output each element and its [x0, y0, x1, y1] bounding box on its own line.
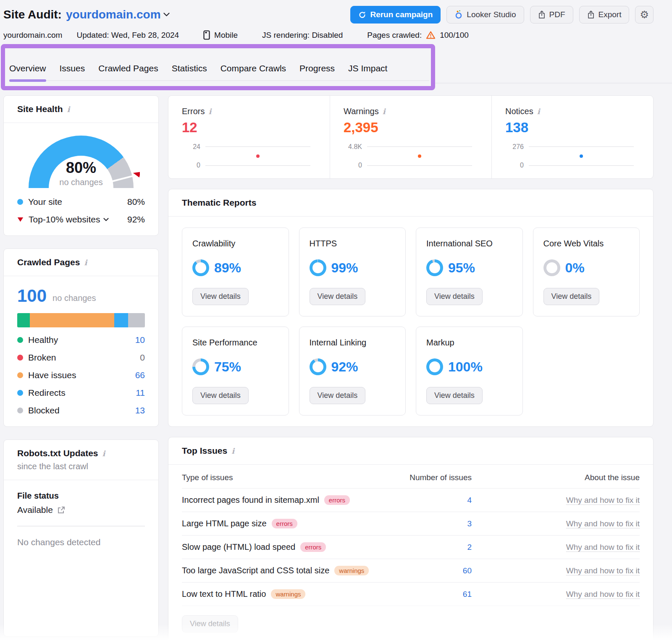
looker-studio-button[interactable]: Looker Studio	[446, 6, 524, 24]
notices-data-point	[580, 154, 583, 158]
warnings-value[interactable]: 2,395	[344, 120, 479, 136]
bar-segment-healthy	[17, 313, 30, 327]
issue-text: Incorrect pages found in sitemap.xml	[182, 495, 319, 505]
legend-row-broken: Broken 0	[17, 353, 145, 363]
issue-count-link[interactable]: 3	[467, 519, 472, 528]
site-health-title: Site Health	[17, 104, 63, 114]
progress-ring-icon	[543, 259, 560, 276]
view-details-button[interactable]: View details	[426, 288, 483, 305]
status-badge: warnings	[271, 589, 305, 599]
thematic-label: Core Web Vitals	[543, 239, 630, 248]
thematic-reports-card: Thematic Reports Crawlability 89% View d…	[168, 189, 654, 427]
why-how-fix-link[interactable]: Why and how to fix it	[566, 496, 640, 505]
issue-text: Too large JavaScript and CSS total size	[182, 566, 329, 575]
meta-pages-label: Pages crawled:	[367, 31, 422, 40]
thematic-label: Site Performance	[192, 338, 278, 348]
issue-count-link[interactable]: 60	[463, 566, 472, 575]
site-health-gauge: 80% no changes	[22, 136, 140, 189]
issue-count-link[interactable]: 4	[467, 496, 472, 504]
view-details-button[interactable]: View details	[192, 288, 249, 305]
crawled-pages-count: 100	[17, 287, 47, 305]
why-how-fix-link[interactable]: Why and how to fix it	[566, 519, 640, 528]
benchmark-triangle-icon	[17, 217, 24, 222]
have-issues-count-link[interactable]: 66	[135, 370, 145, 380]
external-link-icon[interactable]	[57, 506, 65, 514]
blocked-label: Blocked	[28, 405, 60, 416]
view-details-button[interactable]: View details	[192, 387, 249, 404]
export-button[interactable]: Export	[579, 6, 630, 24]
view-details-button[interactable]: View details	[426, 387, 483, 404]
page-title: Site Audit:	[3, 8, 62, 21]
tab-progress[interactable]: Progress	[299, 63, 335, 80]
thematic-card-https: HTTPS 99% View details	[299, 227, 406, 316]
why-how-fix-link[interactable]: Why and how to fix it	[566, 590, 640, 599]
blocked-count-link[interactable]: 13	[135, 405, 145, 416]
healthy-count-link[interactable]: 10	[135, 335, 145, 345]
thematic-label: HTTPS	[310, 239, 396, 248]
settings-button[interactable]: ⚙	[635, 6, 654, 24]
benchmark-value: 92%	[127, 214, 145, 225]
pdf-label: PDF	[549, 10, 565, 19]
tab-crawled-pages[interactable]: Crawled Pages	[98, 63, 158, 80]
tab-statistics[interactable]: Statistics	[172, 63, 207, 80]
warnings-data-point	[418, 154, 421, 158]
benchmark-chevron-icon[interactable]	[103, 218, 109, 222]
crawled-pages-stacked-bar	[17, 313, 145, 327]
view-details-button[interactable]: View details	[310, 387, 366, 404]
progress-ring-icon	[426, 358, 443, 375]
issue-text: Slow page (HTML) load speed	[182, 542, 295, 552]
view-details-button[interactable]: View details	[543, 288, 600, 305]
table-row: Slow page (HTML) load speed errors 2 Why…	[182, 535, 640, 559]
have-issues-label: Have issues	[28, 370, 76, 380]
col-number-of-issues: Number of issues	[388, 473, 472, 482]
tab-issues[interactable]: Issues	[60, 63, 85, 80]
errors-data-point	[256, 154, 260, 158]
thematic-percent: 75%	[214, 359, 241, 375]
issue-count-link[interactable]: 2	[467, 543, 472, 552]
col-type-of-issues: Type of issues	[182, 473, 388, 482]
tab-bar: Overview Issues Crawled Pages Statistics…	[9, 63, 429, 81]
axis-max-label: 24	[193, 143, 200, 151]
notices-value[interactable]: 138	[505, 120, 640, 136]
errors-metric: Errors i 12 24 0	[168, 96, 330, 178]
info-icon[interactable]: i	[84, 258, 87, 267]
view-details-button[interactable]: View details	[182, 615, 238, 633]
broken-dot-icon	[17, 355, 23, 361]
warning-triangle-icon	[426, 31, 436, 39]
tab-js-impact[interactable]: JS Impact	[348, 63, 387, 80]
legend-row-have-issues: Have issues 66	[17, 370, 145, 380]
progress-ring-icon	[426, 259, 443, 276]
info-icon[interactable]: i	[383, 107, 386, 116]
tab-overview[interactable]: Overview	[9, 63, 46, 80]
table-row: Large HTML page size errors 3 Why and ho…	[182, 512, 640, 535]
domain-dropdown[interactable]: yourdomain.com	[66, 8, 170, 21]
top-issues-card: Top Issues i Type of issues Number of is…	[168, 437, 654, 643]
status-badge: errors	[272, 519, 297, 528]
file-status-value: Available	[17, 505, 53, 515]
why-how-fix-link[interactable]: Why and how to fix it	[566, 566, 640, 575]
rerun-campaign-button[interactable]: Rerun campaign	[350, 6, 441, 24]
tab-compare-crawls[interactable]: Compare Crawls	[220, 63, 286, 80]
issue-count-link[interactable]: 61	[463, 590, 472, 599]
refresh-icon	[358, 11, 366, 19]
legend-row-healthy: Healthy 10	[17, 335, 145, 345]
table-row: Low text to HTML ratio warnings 61 Why a…	[182, 582, 640, 606]
why-how-fix-link[interactable]: Why and how to fix it	[566, 543, 640, 552]
info-icon[interactable]: i	[231, 447, 234, 455]
site-health-change: no changes	[22, 178, 140, 187]
crawled-pages-title: Crawled Pages	[17, 257, 80, 267]
legend-row-blocked: Blocked 13	[17, 405, 145, 416]
mobile-icon	[203, 30, 210, 40]
legend-row-redirects: Redirects 11	[17, 388, 145, 398]
info-icon[interactable]: i	[102, 449, 105, 458]
view-details-button[interactable]: View details	[310, 288, 366, 305]
redirects-count-link[interactable]: 11	[136, 388, 145, 398]
info-icon[interactable]: i	[537, 107, 540, 116]
pdf-button[interactable]: PDF	[530, 6, 573, 24]
errors-value[interactable]: 12	[182, 120, 317, 136]
robots-txt-card: Robots.txt Updates i since the last craw…	[3, 439, 159, 637]
export-icon	[587, 10, 595, 19]
info-icon[interactable]: i	[208, 107, 211, 116]
chevron-down-icon	[163, 13, 170, 17]
info-icon[interactable]: i	[67, 105, 70, 114]
